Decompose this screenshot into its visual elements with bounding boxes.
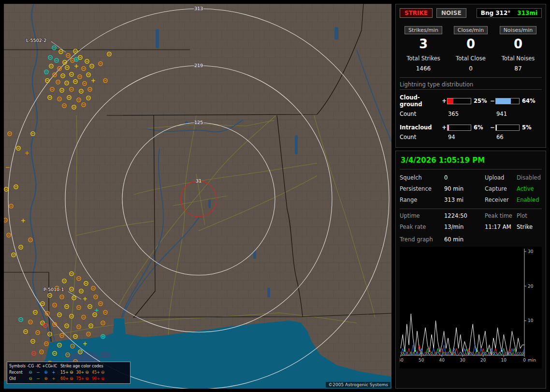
- intracloud-count-row: Count 94 66: [400, 134, 542, 140]
- distribution-title: Lightning type distribution: [400, 81, 542, 90]
- storm-cell-label-2: P-5010-1: [43, 287, 64, 292]
- peak-time-label: Peak time: [485, 212, 517, 219]
- ic-positive-count: 94: [447, 134, 471, 140]
- ic-negative-count: 66: [495, 134, 520, 140]
- cg-positive-bar: [447, 98, 471, 104]
- cg-negative-count: 941: [495, 111, 520, 117]
- chart-tick-label: 40: [439, 358, 445, 363]
- ic-negative-pct: 5%: [520, 124, 538, 131]
- strikes-per-min-value: 3: [400, 37, 447, 51]
- chart-tick-label: 60: [400, 358, 404, 363]
- legend-symbol: ⊖: [27, 376, 34, 382]
- peak-rate-value: 13/min: [444, 224, 485, 230]
- peak-rate-label: Peak rate: [400, 224, 444, 230]
- trend-chart: 3020106050403020100min: [400, 247, 542, 368]
- trend-chart-canvas: 3020106050403020100min: [400, 247, 543, 366]
- legend-age-symbol: ⊖: [85, 369, 89, 376]
- chart-series-strikes: [401, 314, 524, 355]
- legend-symbol: ⊕: [42, 369, 50, 376]
- noises-per-min-value: 0: [494, 37, 542, 51]
- chart-tick-label: 20: [528, 284, 534, 289]
- cloud-ground-count-row: Count 365 941: [400, 111, 542, 117]
- cg-positive-pct: 25%: [471, 98, 490, 104]
- persistence-value: 90 min: [444, 185, 485, 192]
- status-panel: STRIKE NOISE Bng 312° 313mi Strikes/min …: [395, 4, 546, 389]
- legend-row-label: Recent: [9, 369, 27, 376]
- legend-age-label: 30+: [76, 369, 84, 376]
- legend-age-symbol: ⊖: [70, 369, 73, 376]
- peak-time-value: 11:17 AM: [485, 224, 517, 230]
- close-per-min-column: Close/min 0 Total Close 0: [447, 25, 494, 72]
- ring-label-219: 219: [194, 63, 203, 68]
- ic-count-label: Count: [400, 134, 441, 140]
- legend-age-label: 45+: [92, 369, 100, 376]
- total-close-value: 0: [447, 65, 494, 72]
- rate-counters: Strikes/min 3 Total Strikes 1466 Close/m…: [400, 25, 542, 72]
- minus-sign: −: [490, 124, 495, 131]
- legend-age-label: 15+: [60, 369, 69, 376]
- datetime-display: 3/4/2026 1:05:19 PM: [400, 155, 542, 169]
- range-value: 313 mi: [444, 196, 485, 203]
- legend-age-symbol: ⊖: [101, 376, 105, 382]
- close-per-min-value: 0: [447, 37, 494, 51]
- app-window: 313 219 125 31 L-5502-2 P-5010-1 Symbols…: [0, 0, 550, 392]
- legend-rows: Recent⊖−⊕+15+⊖30+⊖45+⊖Old⊖−⊕+60+⊖75+⊖90+…: [9, 369, 128, 382]
- bearing-range: 313mi: [517, 10, 537, 16]
- chart-tick-label: 30: [460, 358, 465, 363]
- total-noises-label: Total Noises: [494, 55, 542, 62]
- cg-positive-count: 365: [447, 111, 471, 117]
- chart-tick-label: 0: [523, 358, 526, 363]
- legend-age-symbol: ⊖: [101, 369, 105, 376]
- cg-negative-pct: 64%: [520, 98, 538, 104]
- plus-sign: +: [441, 124, 447, 131]
- cg-negative-bar: [495, 98, 520, 104]
- legend-row-recent: Recent⊖−⊕+15+⊖30+⊖45+⊖: [9, 369, 128, 376]
- ring-label-313: 313: [194, 6, 203, 11]
- cloud-ground-row: Cloud-ground + 25% − 64%: [400, 94, 542, 108]
- noise-indicator[interactable]: NOISE: [436, 8, 466, 18]
- legend-header: Symbols -CG -IC +CG +IC Strike age color…: [9, 363, 128, 369]
- total-strikes-label: Total Strikes: [400, 55, 447, 62]
- chart-tick-label: 20: [480, 358, 486, 363]
- legend-col-neg-cg: -CG: [27, 363, 34, 369]
- ring-label-125: 125: [194, 120, 203, 125]
- plot-type-value: Strike: [517, 224, 542, 230]
- persistence-label: Persistence: [400, 185, 444, 192]
- noises-per-min-button[interactable]: Noises/min: [500, 26, 537, 34]
- strikes-per-min-button[interactable]: Strikes/min: [405, 26, 442, 34]
- close-per-min-button[interactable]: Close/min: [454, 26, 488, 34]
- intracloud-row: Intracloud + 6% − 5%: [400, 124, 542, 131]
- legend-col-pos-ic: +IC: [50, 363, 58, 369]
- legend-title: Symbols: [9, 363, 27, 369]
- system-box: 3/4/2026 1:05:19 PM Squelch 0 Upload Dis…: [395, 151, 546, 389]
- plot-label: Plot: [517, 212, 542, 219]
- capture-status: Active: [517, 185, 542, 192]
- chart-tick-label: 50: [419, 358, 424, 363]
- legend-symbol: ⊖: [27, 369, 34, 376]
- squelch-label: Squelch: [400, 174, 444, 181]
- legend-age-label: 90+: [92, 376, 100, 382]
- total-noises-value: 87: [494, 65, 542, 72]
- lightning-map[interactable]: 313 219 125 31 L-5502-2 P-5010-1 Symbols…: [4, 4, 391, 389]
- chart-tick-label: 30: [528, 249, 534, 254]
- strike-indicator[interactable]: STRIKE: [400, 8, 433, 18]
- ic-negative-bar: [495, 125, 520, 131]
- chart-tick-label: min: [528, 358, 536, 363]
- total-strikes-value: 1466: [400, 65, 447, 72]
- map-canvas[interactable]: 313 219 125 31 L-5502-2 P-5010-1: [4, 4, 391, 389]
- minus-sign: −: [490, 98, 495, 104]
- receiver-status: Enabled: [517, 196, 542, 203]
- bearing-label: Bng 312°: [481, 10, 511, 16]
- receiver-label: Receiver: [485, 196, 517, 203]
- legend-row-old: Old⊖−⊕+60+⊖75+⊖90+⊖: [9, 376, 128, 382]
- range-label: Range: [400, 196, 444, 203]
- system-status-grid: Squelch 0 Upload Disabled Persistence 90…: [400, 174, 542, 203]
- legend-age-label: 75+: [76, 376, 84, 382]
- uptime-value: 1224:50: [444, 212, 485, 219]
- bearing-readout: Bng 312° 313mi: [477, 8, 542, 18]
- ring-label-31: 31: [196, 178, 202, 183]
- trend-graph-label: Trend graph: [400, 236, 444, 243]
- legend-age-symbol: ⊖: [85, 376, 89, 382]
- legend-row-label: Old: [9, 376, 27, 382]
- noises-per-min-column: Noises/min 0 Total Noises 87: [494, 25, 542, 72]
